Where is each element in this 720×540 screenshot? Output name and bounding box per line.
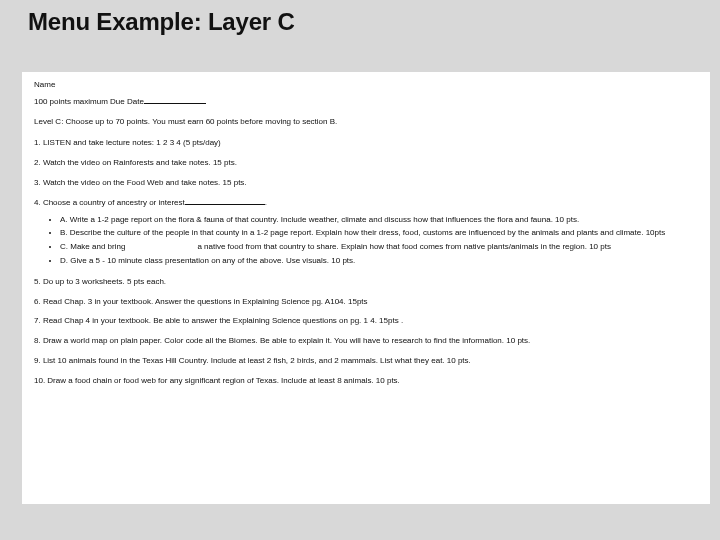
- sub-d: D. Give a 5 - 10 minute class presentati…: [60, 256, 698, 267]
- sub-c: C. Make and bringa native food from that…: [60, 242, 698, 253]
- item-1: 1. LISTEN and take lecture notes: 1 2 3 …: [34, 138, 698, 149]
- name-label: Name: [34, 80, 55, 89]
- item-6: 6. Read Chap. 3 in your textbook. Answer…: [34, 297, 698, 308]
- sub-c-after: a native food from that country to share…: [197, 242, 611, 251]
- item-10: 10. Draw a food chain or food web for an…: [34, 376, 698, 387]
- level-instructions: Level C: Choose up to 70 points. You mus…: [34, 117, 698, 128]
- item-7: 7. Read Chap 4 in your textbook. Be able…: [34, 316, 698, 327]
- country-blank: [185, 198, 265, 205]
- item-8: 8. Draw a world map on plain paper. Colo…: [34, 336, 698, 347]
- due-date-blank: [144, 97, 206, 104]
- slide: Menu Example: Layer C Name 100 points ma…: [0, 0, 720, 540]
- points-due-text: 100 points maximum Due Date: [34, 97, 144, 106]
- item-4-suffix: .: [265, 198, 267, 207]
- sub-c-before: C. Make and bring: [60, 242, 125, 251]
- item-4-sublist: A. Write a 1-2 page report on the flora …: [60, 215, 698, 267]
- item-9: 9. List 10 animals found in the Texas Hi…: [34, 356, 698, 367]
- points-due-line: 100 points maximum Due Date: [34, 97, 698, 108]
- item-2: 2. Watch the video on Rainforests and ta…: [34, 158, 698, 169]
- item-3: 3. Watch the video on the Food Web and t…: [34, 178, 698, 189]
- item-4-prefix: 4. Choose a country of ancestry or inter…: [34, 198, 185, 207]
- sub-a: A. Write a 1-2 page report on the flora …: [60, 215, 698, 226]
- name-line: Name: [34, 80, 698, 91]
- item-4: 4. Choose a country of ancestry or inter…: [34, 198, 698, 209]
- page-title: Menu Example: Layer C: [28, 8, 295, 36]
- item-5: 5. Do up to 3 worksheets. 5 pts each.: [34, 277, 698, 288]
- document-body: Name 100 points maximum Due Date Level C…: [22, 72, 710, 504]
- sub-b: B. Describe the culture of the people in…: [60, 228, 698, 239]
